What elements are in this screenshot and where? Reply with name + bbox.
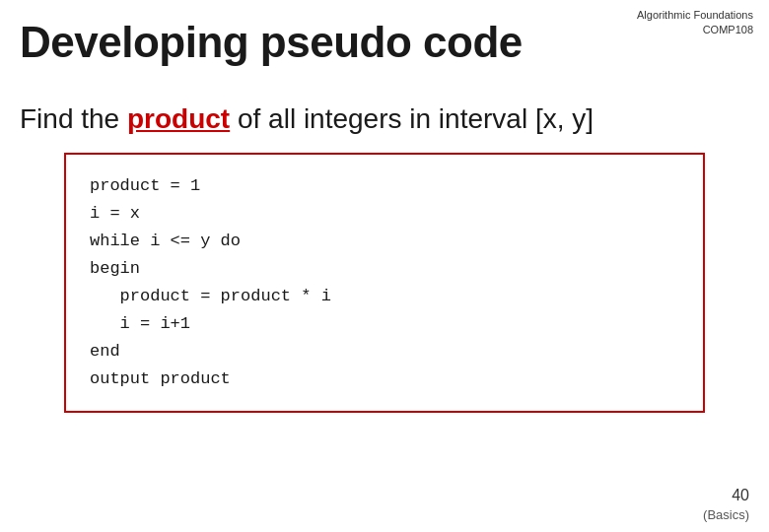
page-title: Developing pseudo code xyxy=(20,18,523,67)
course-header: Algorithmic Foundations COMP108 xyxy=(637,8,753,38)
course-title-line1: Algorithmic Foundations xyxy=(637,9,753,21)
subtitle: Find the product of all integers in inte… xyxy=(20,103,594,135)
subtitle-before: Find the xyxy=(20,103,127,134)
code-block: product = 1 i = x while i <= y do begin … xyxy=(64,153,705,413)
course-title-line2: COMP108 xyxy=(703,24,753,35)
subtitle-highlight: product xyxy=(127,103,230,134)
code-content: product = 1 i = x while i <= y do begin … xyxy=(90,172,679,393)
page-label: (Basics) xyxy=(703,507,749,522)
page-number: 40 xyxy=(732,487,749,504)
subtitle-after: of all integers in interval [x, y] xyxy=(230,103,594,134)
